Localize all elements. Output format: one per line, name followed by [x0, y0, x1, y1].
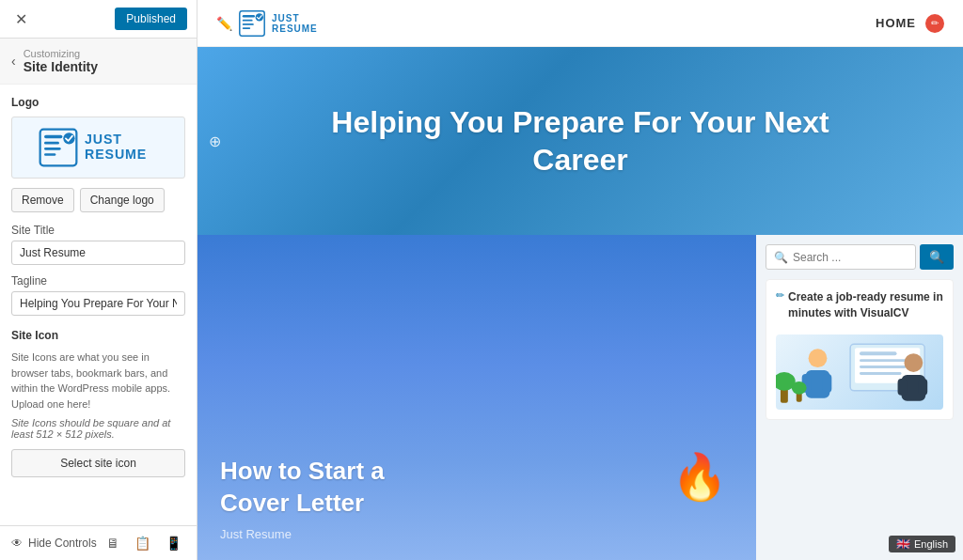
site-icon-note: Site Icons should be square and at least…: [11, 417, 185, 440]
preview-area: ✏️ JUST RESUME HOME ✏ ⊕ Helping You Prep…: [197, 0, 963, 560]
site-nav: HOME ✏: [876, 14, 944, 33]
site-icon-label: Site Icon: [11, 329, 185, 342]
article-emoji: 🔥: [671, 451, 728, 504]
tagline-label: Tagline: [11, 274, 185, 288]
nav-edit-circle-icon: ✏: [925, 14, 944, 33]
hero-edit-icon: ⊕: [209, 132, 221, 150]
search-icon: 🔍: [774, 251, 788, 264]
ad-box: ✏ Create a job-ready resume in minutes w…: [766, 279, 954, 420]
back-button[interactable]: ‹: [11, 54, 16, 69]
svg-rect-2: [44, 142, 59, 145]
change-logo-button[interactable]: Change logo: [80, 188, 165, 212]
desktop-device-button[interactable]: 🖥: [103, 534, 123, 552]
mobile-device-button[interactable]: 📱: [162, 534, 185, 552]
back-nav: ‹ Customizing Site Identity: [0, 39, 197, 85]
search-input-wrapper: 🔍: [766, 244, 916, 270]
ad-illustration: [776, 334, 943, 410]
svg-rect-1: [44, 135, 62, 139]
customizing-info: Customizing Site Identity: [24, 48, 98, 74]
svg-rect-12: [243, 27, 250, 29]
svg-rect-9: [243, 15, 255, 17]
bottom-bar: 👁 Hide Controls 🖥 📋 📱: [0, 525, 197, 560]
ad-visual: [776, 334, 943, 410]
nav-home[interactable]: HOME: [876, 16, 916, 30]
article-card-inner: How to Start aCover Letter 🔥 Just Resume: [197, 235, 756, 560]
svg-rect-30: [898, 379, 908, 396]
right-sidebar: 🔍 🔍 ✏ Create a job-ready resume in minut…: [756, 235, 963, 560]
svg-rect-11: [243, 23, 254, 25]
tablet-device-button[interactable]: 📋: [131, 534, 154, 552]
svg-rect-31: [918, 379, 927, 396]
svg-rect-19: [860, 372, 902, 375]
search-box: 🔍 🔍: [766, 244, 954, 270]
published-button[interactable]: Published: [115, 8, 187, 30]
logo-section-label: Logo: [11, 96, 185, 109]
svg-point-28: [904, 353, 923, 372]
logo-inner: JUST RESUME: [38, 127, 160, 168]
svg-rect-10: [243, 19, 253, 21]
flag-icon: 🇬🇧: [896, 537, 910, 551]
language-badge[interactable]: 🇬🇧 English: [889, 536, 955, 552]
search-button-icon: 🔍: [929, 250, 944, 264]
logo-preview-area: JUST RESUME: [11, 117, 185, 179]
header-logo-just: JUST: [272, 13, 318, 23]
device-buttons: 🖥 📋 📱: [103, 534, 185, 552]
svg-point-27: [792, 381, 807, 394]
main-content: How to Start aCover Letter 🔥 Just Resume…: [197, 235, 963, 560]
panel-content: Logo JUST RESUME Remove: [0, 85, 197, 525]
ad-text: Create a job-ready resume in minutes wit…: [788, 289, 943, 321]
article-title: How to Start aCover Letter: [220, 456, 385, 520]
site-logo-area: ✏️ JUST RESUME: [216, 9, 318, 38]
site-title-label: Site Title: [11, 224, 185, 237]
tagline-input[interactable]: [11, 291, 185, 316]
language-label: English: [914, 538, 948, 550]
site-icon-description: Site Icons are what you see in browser t…: [11, 350, 185, 412]
svg-text:RESUME: RESUME: [85, 147, 147, 162]
hero-heading: Helping You Prepare For Your Next Career: [308, 103, 853, 179]
site-icon-section: Site Icon Site Icons are what you see in…: [11, 329, 185, 477]
site-title-input[interactable]: [11, 241, 185, 265]
article-site-label: Just Resume: [220, 527, 292, 541]
svg-text:JUST: JUST: [85, 132, 122, 147]
logo-buttons: Remove Change logo: [11, 188, 185, 212]
svg-rect-17: [860, 359, 910, 362]
hide-controls-label: Hide Controls: [28, 537, 97, 550]
article-card: How to Start aCover Letter 🔥 Just Resume: [197, 235, 756, 560]
hero-section: ⊕ Helping You Prepare For Your Next Care…: [197, 47, 963, 235]
svg-point-20: [809, 349, 828, 367]
ad-edit-icon: ✏: [776, 289, 784, 302]
logo-text: JUST RESUME: [85, 127, 160, 168]
section-title: Site Identity: [24, 59, 98, 74]
eye-icon: 👁: [11, 537, 23, 550]
search-button[interactable]: 🔍: [920, 244, 954, 270]
svg-rect-3: [44, 148, 61, 150]
search-input[interactable]: [793, 251, 908, 264]
top-bar: ✕ Published: [0, 0, 197, 39]
logo-icon: [38, 127, 79, 168]
header-edit-icon: ✏️: [216, 16, 232, 31]
close-button[interactable]: ✕: [9, 8, 32, 30]
customizing-label: Customizing: [24, 48, 98, 59]
svg-rect-18: [860, 366, 906, 368]
svg-rect-4: [44, 153, 55, 156]
remove-logo-button[interactable]: Remove: [11, 188, 74, 212]
hide-controls-button[interactable]: 👁 Hide Controls: [11, 537, 97, 550]
customizer-panel: ✕ Published ‹ Customizing Site Identity …: [0, 0, 197, 560]
select-site-icon-button[interactable]: Select site icon: [11, 449, 185, 477]
header-logo-resume: RESUME: [272, 23, 318, 34]
svg-rect-16: [860, 351, 897, 355]
site-header: ✏️ JUST RESUME HOME ✏: [197, 0, 963, 47]
svg-rect-23: [822, 374, 831, 393]
header-logo-icon: [238, 9, 266, 38]
